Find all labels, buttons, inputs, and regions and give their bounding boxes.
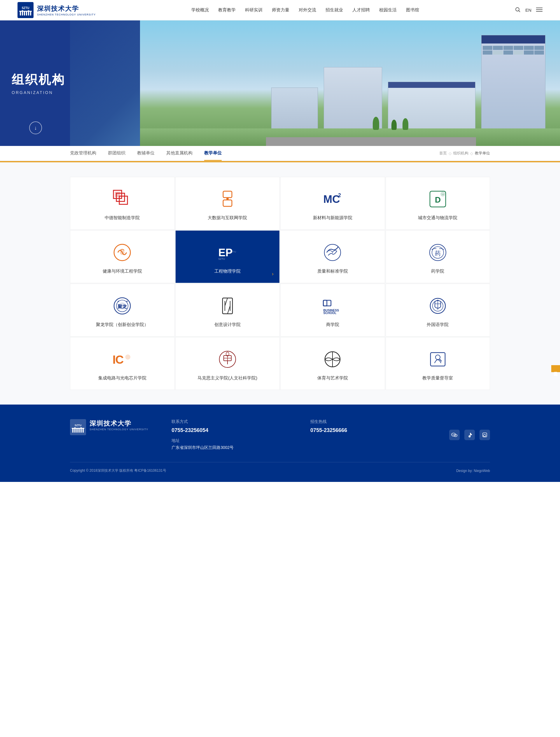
college-name-zhongde: 中德智能制造学院	[105, 215, 140, 221]
nav-school-overview[interactable]: 学校概况	[191, 7, 209, 13]
college-logo-transport: D →	[428, 189, 448, 209]
tab-teaching-units[interactable]: 教学单位	[204, 146, 222, 161]
wechat-icon[interactable]	[449, 430, 460, 440]
svg-rect-5	[19, 11, 26, 12]
college-card-bigdata[interactable]: 大数据与互联网学院	[175, 177, 280, 230]
nav-exchange[interactable]: 对外交流	[299, 7, 316, 13]
nav-enrollment[interactable]: 招生就业	[325, 7, 343, 13]
svg-point-83	[455, 435, 456, 436]
svg-text:SZTU: SZTU	[22, 6, 29, 10]
breadcrumb-home[interactable]: 首页	[439, 151, 447, 156]
college-card-transport[interactable]: D → 城市交通与物流学院	[386, 177, 490, 230]
svg-rect-9	[25, 11, 32, 12]
college-name-marxism: 马克思主义学院(人文社科学院)	[197, 376, 257, 381]
tab-teaching-support[interactable]: 教辅单位	[137, 146, 155, 161]
side-ticker[interactable]: 无忧来客导航	[551, 365, 560, 372]
college-card-design[interactable]: 创意设计学院	[175, 284, 280, 336]
footer-hotline-label: 招生热线	[310, 419, 426, 425]
tiktok-icon[interactable]	[464, 430, 475, 440]
college-logo-zhongde	[112, 189, 132, 209]
svg-line-47	[227, 306, 230, 314]
college-card-pharmacy[interactable]: 药 药学院	[386, 230, 490, 283]
college-card-marxism[interactable]: 马克思主义学院(人文社科学院)	[175, 337, 280, 390]
college-card-julong[interactable]: 聚龙 ★ ★ 聚龙学院（创新创业学院）	[70, 284, 175, 336]
tab-party-management[interactable]: 党政管理机构	[70, 146, 96, 161]
footer-hotline: 招生热线 0755-23256666	[310, 419, 426, 451]
svg-text:→: →	[441, 193, 444, 196]
svg-point-10	[516, 8, 519, 11]
college-logo-ep: EP SZTU SZTU	[217, 242, 238, 263]
svg-rect-77	[83, 429, 84, 433]
breadcrumb-sep-1: ◇	[449, 151, 451, 156]
svg-text:IC: IC	[113, 353, 123, 366]
lang-switch[interactable]: EN	[525, 8, 531, 13]
college-logo-design	[217, 296, 238, 316]
college-card-business[interactable]: BUSINESS SCHOOL 商学院	[280, 284, 385, 336]
footer-contact-phone: 0755-23256054	[171, 427, 287, 434]
svg-point-84	[456, 435, 456, 436]
breadcrumb-org[interactable]: 组织机构	[453, 151, 468, 156]
tab-other-units[interactable]: 其他直属机构	[166, 146, 193, 161]
college-name-julong: 聚龙学院（创新创业学院）	[96, 322, 148, 327]
hero-campus-image	[140, 20, 560, 146]
scroll-down-button[interactable]: ↓	[29, 121, 42, 134]
college-name-bigdata: 大数据与互联网学院	[208, 215, 247, 221]
svg-point-58	[125, 354, 131, 359]
nav-recruitment[interactable]: 人才招聘	[352, 7, 370, 13]
college-card-materials[interactable]: MC 2 新材料与新能源学院	[280, 177, 385, 230]
nav-faculty[interactable]: 师资力量	[272, 7, 289, 13]
nav-education[interactable]: 教育教学	[218, 7, 236, 13]
sub-navigation: 党政管理机构 群团组织 教辅单位 其他直属机构 教学单位 首页 ◇ 组织机构 ◇…	[0, 146, 560, 161]
svg-rect-74	[72, 428, 79, 429]
svg-text:SZTU: SZTU	[230, 250, 236, 253]
svg-text:★: ★	[126, 300, 128, 303]
footer-contact-label: 联系方式	[171, 419, 287, 425]
college-card-zhongde[interactable]: 中德智能制造学院	[70, 177, 175, 230]
weibo-icon[interactable]	[479, 430, 490, 440]
svg-rect-85	[483, 433, 487, 437]
college-card-ep[interactable]: EP SZTU SZTU 工程物理学院 ›	[175, 230, 280, 283]
college-logo-bigdata	[217, 189, 238, 209]
svg-text:药: 药	[435, 250, 441, 256]
college-logo-quality-std	[322, 242, 343, 263]
college-name-transport: 城市交通与物流学院	[418, 215, 457, 221]
nav-campus-life[interactable]: 校园生活	[379, 7, 397, 13]
search-icon[interactable]	[515, 7, 521, 13]
college-card-quality-supervision[interactable]: 教学质量督导室	[386, 337, 490, 390]
footer-social	[449, 419, 490, 451]
nav-library[interactable]: 图书馆	[406, 7, 419, 13]
footer-address: 地址 广东省深圳市坪山区兰田路3002号	[171, 438, 287, 451]
college-logo-foreign-lang	[428, 296, 448, 316]
college-card-health[interactable]: 健康与环境工程学院	[70, 230, 175, 283]
college-name-sports: 体育与艺术学院	[317, 376, 348, 381]
footer-copyright: Copyright © 2018深圳技术大学 版权所有 粤ICP备1610613…	[70, 468, 166, 473]
header-tools: EN	[515, 7, 543, 13]
college-logo-pharmacy: 药	[428, 242, 448, 263]
footer-logo-en: SHENZHEN TECHNOLOGY UNIVERSITY	[90, 428, 148, 431]
svg-rect-75	[78, 429, 80, 433]
logo[interactable]: SZTU 深圳技术大学 SHENZHEN TECHNOLOGY UNIVERSI…	[17, 2, 96, 18]
footer-logo: SZTU 深圳技术大学 SHENZHEN TECHNOLOGY UNIVERSI…	[70, 419, 148, 451]
svg-rect-17	[119, 196, 127, 204]
college-card-sports[interactable]: 体育与艺术学院	[280, 337, 385, 390]
breadcrumb-sep-2: ◇	[470, 151, 473, 156]
svg-rect-18	[115, 192, 120, 197]
svg-point-67	[435, 355, 440, 359]
college-card-quality-std[interactable]: 质量和标准学院	[280, 230, 385, 283]
menu-icon[interactable]	[536, 7, 543, 13]
college-card-ic[interactable]: IC 集成电路与光电芯片学院	[70, 337, 175, 390]
svg-rect-69	[70, 419, 86, 435]
college-name-health: 健康与环境工程学院	[103, 268, 142, 274]
tab-mass-org[interactable]: 群团组织	[108, 146, 125, 161]
college-card-foreign-lang[interactable]: 外国语学院	[386, 284, 490, 336]
svg-line-11	[519, 11, 520, 12]
logo-text: 深圳技术大学 SHENZHEN TECHNOLOGY UNIVERSITY	[37, 4, 96, 16]
svg-text:SZTU: SZTU	[75, 424, 82, 427]
hero-title-en: ORGANIZATION	[12, 90, 65, 95]
nav-research[interactable]: 科研实训	[245, 7, 263, 13]
university-logo-icon: SZTU	[17, 2, 34, 18]
svg-rect-6	[26, 11, 27, 15]
svg-rect-19	[223, 191, 232, 198]
svg-text:2: 2	[338, 192, 341, 198]
footer-design: Design by: NiegoWeb	[456, 469, 490, 473]
